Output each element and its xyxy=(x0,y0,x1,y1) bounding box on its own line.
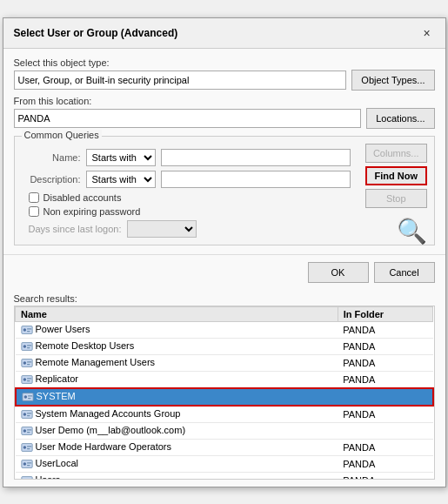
row-folder-cell: PANDA xyxy=(338,456,432,473)
svg-point-25 xyxy=(23,429,26,433)
svg-point-1 xyxy=(23,328,26,332)
svg-rect-2 xyxy=(27,328,31,329)
locations-button[interactable]: Locations... xyxy=(366,108,434,129)
object-type-input[interactable] xyxy=(14,71,347,90)
location-section: From this location: Locations... xyxy=(14,96,435,129)
svg-rect-3 xyxy=(27,330,30,331)
object-types-button[interactable]: Object Types... xyxy=(351,70,434,91)
disabled-accounts-label: Disabled accounts xyxy=(43,192,122,203)
object-type-label: Select this object type: xyxy=(14,57,435,68)
svg-point-9 xyxy=(23,361,26,365)
row-folder-cell: PANDA xyxy=(338,354,432,371)
location-input[interactable] xyxy=(14,109,362,128)
right-buttons: Columns... Find Now Stop 🔍 xyxy=(365,144,427,245)
svg-rect-23 xyxy=(27,415,30,416)
table-row[interactable]: Power UsersPANDA xyxy=(16,321,433,338)
row-folder-cell xyxy=(338,388,432,406)
svg-point-21 xyxy=(23,413,26,416)
title-bar: Select User or Group (Advanced) × xyxy=(3,18,445,49)
close-button[interactable]: × xyxy=(419,25,435,41)
table-row[interactable]: UserLocalPANDA xyxy=(16,456,433,473)
name-starts-with-select[interactable]: Starts with Is exactly xyxy=(86,149,156,166)
table-row[interactable]: UsersPANDA xyxy=(16,473,433,480)
row-name-cell: Replicator xyxy=(16,371,338,388)
svg-rect-22 xyxy=(27,413,31,413)
row-name-cell: System Managed Accounts Group xyxy=(16,406,338,423)
svg-rect-11 xyxy=(27,364,30,365)
row-name-cell: User Mode Hardware Operators xyxy=(16,440,338,456)
row-name-cell: Users xyxy=(16,473,338,480)
non-expiring-label: Non expiring password xyxy=(43,206,141,217)
row-folder-cell: PANDA xyxy=(338,338,432,354)
name-value-input[interactable] xyxy=(161,149,351,166)
columns-button[interactable]: Columns... xyxy=(365,144,427,163)
common-queries-box: Common Queries Name: Starts with Is exac… xyxy=(14,136,435,245)
table-row[interactable]: Remote Management UsersPANDA xyxy=(16,354,433,371)
description-starts-with-select[interactable]: Starts with Is exactly xyxy=(86,171,156,188)
results-table: Name In Folder Power UsersPANDARemote De… xyxy=(15,306,434,480)
results-wrapper[interactable]: Name In Folder Power UsersPANDARemote De… xyxy=(14,306,435,480)
svg-rect-30 xyxy=(27,447,31,447)
svg-rect-34 xyxy=(27,463,31,464)
location-label: From this location: xyxy=(14,96,435,106)
dialog-body: Select this object type: Object Types...… xyxy=(3,49,445,254)
object-type-section: Select this object type: Object Types... xyxy=(14,57,435,91)
row-name-cell: UserLocal xyxy=(16,456,338,473)
disabled-accounts-row: Disabled accounts xyxy=(29,192,351,203)
table-row[interactable]: System Managed Accounts GroupPANDA xyxy=(16,406,433,423)
row-name-cell: Remote Management Users xyxy=(16,354,338,371)
description-label: Description: xyxy=(22,174,81,185)
ok-cancel-row: OK Cancel xyxy=(3,254,445,290)
days-select[interactable] xyxy=(127,220,197,238)
svg-point-13 xyxy=(23,378,26,381)
table-row[interactable]: Remote Desktop UsersPANDA xyxy=(16,338,433,354)
search-icon-area: 🔍 xyxy=(365,217,427,245)
svg-rect-35 xyxy=(27,465,30,466)
find-now-button[interactable]: Find Now xyxy=(365,166,427,185)
svg-point-17 xyxy=(23,395,27,399)
name-row: Name: Starts with Is exactly xyxy=(22,149,351,166)
dialog: Select User or Group (Advanced) × Select… xyxy=(3,17,446,487)
row-name-cell: Power Users xyxy=(16,321,338,338)
stop-button[interactable]: Stop xyxy=(365,189,427,208)
col-name-header: Name xyxy=(16,306,338,321)
location-row: Locations... xyxy=(14,108,435,129)
magnifier-icon: 🔍 xyxy=(397,217,427,245)
non-expiring-checkbox[interactable] xyxy=(29,206,39,217)
svg-rect-18 xyxy=(28,395,32,396)
row-folder-cell: PANDA xyxy=(338,473,432,480)
row-folder-cell xyxy=(338,423,432,440)
table-row[interactable]: User Demo (m__lab@outlook.com) xyxy=(16,423,433,440)
table-row[interactable]: SYSTEM xyxy=(16,388,433,406)
row-name-cell: User Demo (m__lab@outlook.com) xyxy=(16,423,338,440)
col-folder-header: In Folder xyxy=(338,306,432,321)
row-name-cell: SYSTEM xyxy=(16,388,338,406)
description-row: Description: Starts with Is exactly xyxy=(22,171,351,188)
svg-rect-31 xyxy=(27,448,30,449)
days-row: Days since last logon: xyxy=(29,220,351,238)
ok-button[interactable]: OK xyxy=(308,262,369,283)
row-folder-cell: PANDA xyxy=(338,440,432,456)
common-queries-label: Common Queries xyxy=(22,130,102,140)
table-row[interactable]: User Mode Hardware OperatorsPANDA xyxy=(16,440,433,456)
table-row[interactable]: ReplicatorPANDA xyxy=(16,371,433,388)
row-folder-cell: PANDA xyxy=(338,371,432,388)
dialog-title: Select User or Group (Advanced) xyxy=(14,27,178,39)
row-folder-cell: PANDA xyxy=(338,406,432,423)
svg-rect-27 xyxy=(27,432,30,433)
svg-rect-10 xyxy=(27,361,31,362)
svg-rect-19 xyxy=(28,398,31,399)
svg-point-5 xyxy=(23,345,26,348)
svg-rect-7 xyxy=(27,347,30,348)
svg-rect-6 xyxy=(27,345,31,346)
svg-rect-26 xyxy=(27,429,31,430)
svg-point-29 xyxy=(23,447,26,450)
disabled-accounts-checkbox[interactable] xyxy=(29,192,39,203)
object-type-row: Object Types... xyxy=(14,70,435,91)
days-label: Days since last logon: xyxy=(29,224,122,234)
cancel-button[interactable]: Cancel xyxy=(374,262,435,283)
row-folder-cell: PANDA xyxy=(338,321,432,338)
search-results-label: Search results: xyxy=(3,290,445,306)
svg-rect-15 xyxy=(27,380,30,381)
description-value-input[interactable] xyxy=(161,171,351,188)
